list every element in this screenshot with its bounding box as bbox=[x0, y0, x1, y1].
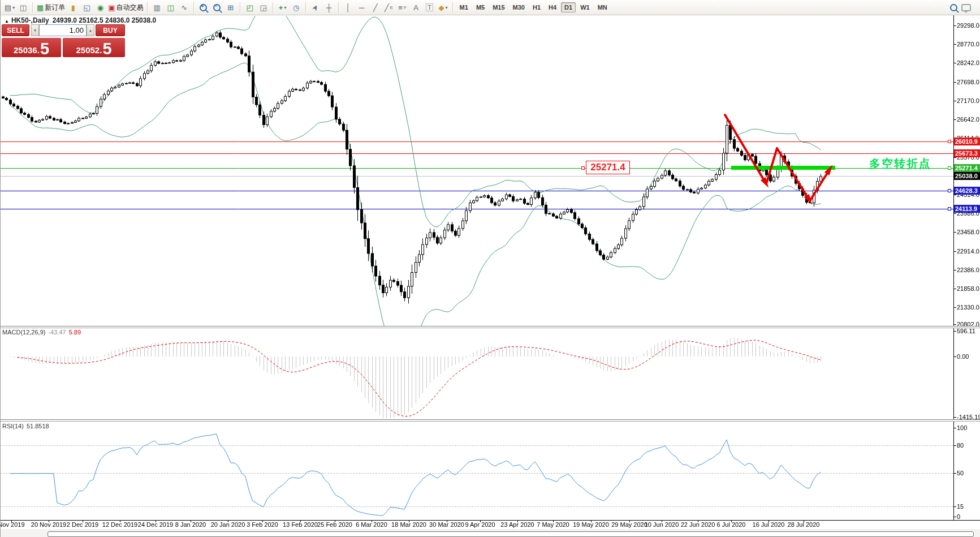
search-button[interactable] bbox=[947, 1, 960, 14]
text-icon: A bbox=[413, 3, 418, 12]
add-indicator-icon: + bbox=[279, 3, 283, 12]
signals-button[interactable]: ◉ bbox=[93, 1, 107, 14]
toolbar-separator bbox=[193, 2, 195, 13]
horizontal-line-button[interactable]: ─ bbox=[355, 1, 369, 14]
candlestick-chart-button[interactable]: ◫ bbox=[164, 1, 178, 14]
date-axis-label: 2 Dec 2019 bbox=[67, 521, 98, 528]
autotrading-button[interactable]: ▣自动交易 bbox=[107, 1, 144, 14]
bar-chart-button[interactable]: ▥ bbox=[150, 1, 164, 14]
indicator-window2-icon: ◲ bbox=[260, 3, 266, 12]
timeframe-MN[interactable]: MN bbox=[594, 2, 611, 12]
toolbar-separator bbox=[273, 2, 274, 13]
timeframe-H4[interactable]: H4 bbox=[545, 2, 560, 12]
date-axis-label: 6 Mar 2020 bbox=[356, 521, 387, 528]
timeframe-M15[interactable]: M15 bbox=[489, 2, 508, 12]
price-chart-canvas[interactable] bbox=[0, 0, 980, 537]
toolbar-separator bbox=[32, 2, 33, 13]
date-axis-label: 13 Feb 2020 bbox=[283, 521, 318, 528]
date-axis-label: 19 May 2020 bbox=[573, 521, 609, 528]
price-tag[interactable]: 25271.4 bbox=[954, 164, 980, 172]
new-chart-icon: ▤ bbox=[5, 3, 11, 12]
timeframe-M5[interactable]: M5 bbox=[473, 2, 488, 12]
chat-button[interactable] bbox=[960, 1, 980, 14]
toolbar-separator bbox=[240, 2, 241, 13]
macd-label: MACD(12,26,9)-43.475.89 bbox=[2, 329, 81, 336]
rsi-name: RSI(14) bbox=[2, 423, 24, 429]
price-level-annotation-box[interactable]: 25271.4 bbox=[586, 161, 630, 174]
timeframe-M30[interactable]: M30 bbox=[510, 2, 528, 12]
chevron-down-icon: ▾ bbox=[284, 5, 286, 10]
turning-point-annotation[interactable]: 多空转折点 bbox=[869, 156, 931, 171]
macd-signal-value: 5.89 bbox=[69, 329, 81, 336]
timeframe-M1[interactable]: M1 bbox=[456, 2, 472, 12]
styler-button[interactable]: ▮ bbox=[66, 1, 80, 14]
new-chart-button[interactable]: ▤▾ bbox=[3, 1, 16, 14]
price-axis-label: 21858.0 bbox=[957, 285, 979, 292]
date-axis-label: 24 Dec 2019 bbox=[138, 521, 173, 528]
text-label-icon: T bbox=[426, 3, 433, 11]
line-chart-button[interactable]: ∿ bbox=[178, 1, 191, 14]
date-axis-label: 23 Apr 2020 bbox=[500, 521, 534, 528]
period-button[interactable]: ◷ bbox=[290, 1, 303, 14]
horizontal-scrollbar-thumb[interactable] bbox=[48, 531, 974, 537]
zoom-out-button[interactable]: − bbox=[210, 1, 224, 14]
buy-button[interactable]: BUY bbox=[96, 24, 125, 36]
horizontal-line-icon: ─ bbox=[359, 3, 364, 12]
clock-icon: ◷ bbox=[293, 3, 299, 12]
ohlc-values: 24939.0 25162.5 24836.0 25038.0 bbox=[53, 16, 157, 24]
rsi-axis-label: 0 bbox=[957, 513, 960, 520]
date-axis-label: 12 Dec 2019 bbox=[102, 521, 137, 528]
shapes-button[interactable]: ◆▾ bbox=[437, 1, 450, 14]
sell-button[interactable]: SELL bbox=[2, 24, 29, 36]
search-icon bbox=[950, 4, 957, 11]
sell-price-display[interactable]: 25036.5 bbox=[2, 38, 61, 57]
rsi-axis-label: 50 bbox=[957, 470, 964, 476]
price-tag[interactable]: 24113.9 bbox=[954, 205, 980, 213]
indicator-window2-button[interactable]: ◲ bbox=[257, 1, 270, 14]
fibonacci-button[interactable]: ≡F bbox=[396, 1, 409, 14]
volume-decrease-button[interactable]: ▾ bbox=[31, 24, 39, 36]
volume-input[interactable]: 1.00 bbox=[39, 24, 87, 36]
pane-separator-macd[interactable] bbox=[0, 326, 980, 328]
zoom-in-button[interactable]: + bbox=[197, 1, 210, 14]
date-axis-label: 20 Jan 2020 bbox=[211, 521, 245, 528]
rsi-label: RSI(14)51.8518 bbox=[2, 423, 49, 429]
chart-title: ▲HK50-,Daily24939.0 25162.5 24836.0 2503… bbox=[5, 16, 156, 24]
text-button[interactable]: A bbox=[409, 1, 423, 14]
timeframe-W1[interactable]: W1 bbox=[577, 2, 593, 12]
date-axis-label: 7 May 2020 bbox=[537, 521, 569, 528]
channel-button[interactable]: ╱E bbox=[382, 1, 396, 14]
channel-sub: E bbox=[390, 5, 393, 10]
crosshair-icon: ┼ bbox=[326, 3, 331, 12]
date-axis-label: 30 Mar 2020 bbox=[429, 521, 464, 528]
volume-increase-button[interactable]: ▴ bbox=[87, 24, 94, 36]
new-order-button[interactable]: ▦新订单 bbox=[36, 1, 66, 14]
bar-chart-icon: ▥ bbox=[153, 3, 160, 12]
depth-of-market-button[interactable]: ◱ bbox=[80, 1, 93, 14]
add-indicator-button[interactable]: +▾ bbox=[276, 1, 290, 14]
profiles-button[interactable]: ◫ bbox=[16, 1, 30, 14]
cursor-button[interactable]: ➤ bbox=[309, 1, 322, 14]
trendline-button[interactable]: ╱ bbox=[369, 1, 382, 14]
price-tag[interactable]: 26010.9 bbox=[954, 138, 980, 145]
vertical-line-button[interactable]: │ bbox=[342, 1, 355, 14]
macd-axis-label: 596.11 bbox=[957, 328, 975, 334]
crosshair-button[interactable]: ┼ bbox=[322, 1, 336, 14]
timeframe-D1[interactable]: D1 bbox=[561, 2, 576, 12]
tile-windows-button[interactable]: ⊞ bbox=[224, 1, 238, 14]
price-tag[interactable]: 24628.3 bbox=[954, 187, 980, 195]
price-tag[interactable]: 25673.3 bbox=[954, 149, 980, 157]
timeframe-H1[interactable]: H1 bbox=[529, 2, 544, 12]
price-axis-label: 22386.0 bbox=[957, 267, 979, 273]
buy-price-big-digit: 5 bbox=[102, 41, 111, 56]
price-tag[interactable]: 25038.0 bbox=[954, 172, 980, 180]
indicator-window-button[interactable]: ◰ bbox=[243, 1, 257, 14]
pane-separator-rsi[interactable] bbox=[0, 419, 980, 422]
zoom-out-icon: − bbox=[213, 4, 221, 11]
date-axis-label: 8 Jan 2020 bbox=[175, 521, 206, 528]
chevron-down-icon: ▾ bbox=[446, 5, 448, 10]
text-label-button[interactable]: T bbox=[423, 1, 437, 14]
date-axis-label: Nov 2019 bbox=[0, 521, 25, 528]
macd-value: -43.47 bbox=[48, 329, 66, 336]
buy-price-display[interactable]: 25052.5 bbox=[63, 38, 125, 57]
